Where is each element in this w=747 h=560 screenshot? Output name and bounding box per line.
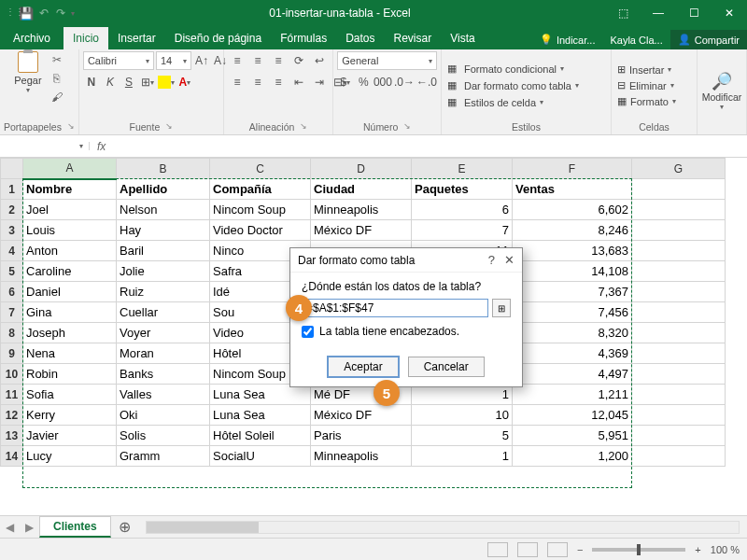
dialog-question: ¿Dónde están los datos de la tabla? <box>302 280 511 293</box>
accounting-format-button[interactable]: $▾ <box>337 73 353 91</box>
conditional-format-button[interactable]: ▦Formato condicional▾ <box>445 62 607 77</box>
align-middle-button[interactable]: ≡ <box>248 51 267 70</box>
format-painter-button[interactable]: 🖌 <box>47 89 67 105</box>
range-input[interactable] <box>302 299 488 317</box>
horizontal-scrollbar[interactable] <box>146 521 740 534</box>
share-button[interactable]: 👤Compartir <box>670 30 747 49</box>
align-right-button[interactable]: ≡ <box>269 73 288 91</box>
status-bar: − + 100 % <box>0 538 747 560</box>
align-launcher-icon[interactable]: ↘ <box>300 121 307 133</box>
ribbon: Pegar ▾ ✂ ⎘ 🖌 Portapapeles↘ Calibri▾ 14▾… <box>0 49 747 135</box>
ribbon-options-icon[interactable]: ⬚ <box>605 0 641 26</box>
tab-data[interactable]: Datos <box>336 27 384 49</box>
underline-button[interactable]: S <box>120 73 137 91</box>
ok-button[interactable]: Aceptar <box>328 357 398 377</box>
callout-5: 5 <box>374 380 400 406</box>
has-headers-checkbox[interactable] <box>302 326 314 338</box>
font-size-combo[interactable]: 14▾ <box>156 51 191 70</box>
group-cells: ⊞Insertar▾ ⊟Eliminar▾ ▦Formato▾ Celdas <box>612 49 698 134</box>
group-font: Calibri▾ 14▾ A↑ A↓ N K S ⊞ ▾ ▾ A▾ Fuente… <box>79 49 224 134</box>
table-icon: ▦ <box>447 79 460 92</box>
orientation-button[interactable]: ⟳ <box>289 51 308 70</box>
group-styles: ▦Formato condicional▾ ▦Dar formato como … <box>442 49 612 134</box>
number-launcher-icon[interactable]: ↘ <box>403 121 411 133</box>
normal-view-button[interactable] <box>487 542 508 557</box>
group-clipboard-label: Portapapeles <box>4 121 62 133</box>
sheet-nav-next[interactable]: ▶ <box>20 521 39 534</box>
tell-me[interactable]: 💡Indicar... <box>532 30 603 49</box>
sheet-tab-bar: ◀ ▶ Clientes ⊕ <box>0 515 747 538</box>
clipboard-launcher-icon[interactable]: ↘ <box>67 121 75 133</box>
person-icon: 👤 <box>678 34 691 46</box>
dialog-close-button[interactable]: ✕ <box>504 253 514 267</box>
align-left-button[interactable]: ≡ <box>228 73 247 91</box>
tab-home[interactable]: Inicio <box>63 27 108 49</box>
tab-file[interactable]: Archivo <box>0 27 63 49</box>
borders-button[interactable]: ⊞ ▾ <box>139 73 156 91</box>
bold-button[interactable]: N <box>83 73 100 91</box>
tab-formulas[interactable]: Fórmulas <box>271 27 336 49</box>
align-center-button[interactable]: ≡ <box>248 73 267 91</box>
tab-page-layout[interactable]: Diseño de página <box>165 27 271 49</box>
paste-button[interactable]: Pegar ▾ <box>11 51 45 94</box>
increase-decimal-button[interactable]: .0→ <box>394 73 415 91</box>
dialog-title: Dar formato como tabla <box>298 254 415 267</box>
group-clipboard: Pegar ▾ ✂ ⎘ 🖌 Portapapeles↘ <box>0 49 79 134</box>
group-alignment: ≡ ≡ ≡ ⟳ ↩ ≡ ≡ ≡ ⇤ ⇥ ⊟▾ Alineación↘ <box>224 49 333 134</box>
insert-cells-button[interactable]: ⊞Insertar▾ <box>615 63 693 77</box>
zoom-in-button[interactable]: + <box>695 544 700 555</box>
find-select-button[interactable]: 🔎 Modificar ▾ <box>701 71 742 111</box>
font-color-button[interactable]: A▾ <box>176 73 193 91</box>
has-headers-label: La tabla tiene encabezados. <box>319 325 459 338</box>
new-sheet-button[interactable]: ⊕ <box>111 518 138 536</box>
page-break-view-button[interactable] <box>547 542 568 557</box>
zoom-out-button[interactable]: − <box>577 544 583 555</box>
undo-icon[interactable]: ↶ <box>37 7 50 20</box>
decrease-decimal-button[interactable]: ←.0 <box>416 73 437 91</box>
group-align-label: Alineación <box>249 121 294 133</box>
percent-format-button[interactable]: % <box>356 73 372 91</box>
maximize-button[interactable]: ☐ <box>676 0 712 26</box>
redo-icon: ↷ <box>54 7 67 20</box>
minimize-button[interactable]: — <box>641 0 676 26</box>
zoom-level[interactable]: 100 % <box>711 544 740 555</box>
range-selector-button[interactable]: ⊞ <box>492 299 511 317</box>
name-box[interactable]: ▾ <box>0 142 90 150</box>
tab-insert[interactable]: Insertar <box>108 27 165 49</box>
close-button[interactable]: ✕ <box>712 0 747 26</box>
increase-indent-button[interactable]: ⇥ <box>310 73 329 91</box>
format-as-table-button[interactable]: ▦Dar formato como tabla▾ <box>445 78 607 93</box>
grow-font-button[interactable]: A↑ <box>193 51 210 70</box>
number-format-combo[interactable]: General▾ <box>337 51 437 70</box>
align-bottom-button[interactable]: ≡ <box>269 51 288 70</box>
zoom-slider[interactable] <box>592 548 685 552</box>
cell-styles-button[interactable]: ▦Estilos de celda▾ <box>445 95 607 110</box>
fx-icon[interactable]: fx <box>90 140 113 153</box>
font-launcher-icon[interactable]: ↘ <box>165 121 173 133</box>
cell-styles-icon: ▦ <box>447 96 460 109</box>
italic-button[interactable]: K <box>102 73 119 91</box>
tab-review[interactable]: Revisar <box>385 27 442 49</box>
insert-icon: ⊞ <box>617 63 626 76</box>
help-button[interactable]: ? <box>488 253 495 267</box>
sheet-nav-prev[interactable]: ◀ <box>0 521 20 534</box>
group-font-label: Fuente <box>130 121 161 133</box>
font-name-combo[interactable]: Calibri▾ <box>83 51 154 70</box>
cut-button[interactable]: ✂ <box>47 51 67 68</box>
user-account[interactable]: Kayla Cla... <box>602 31 669 49</box>
fill-color-button[interactable]: ▾ <box>158 73 175 91</box>
wrap-text-button[interactable]: ↩ <box>310 51 329 70</box>
sheet-tab-clientes[interactable]: Clientes <box>39 516 111 538</box>
cancel-button[interactable]: Cancelar <box>408 357 485 377</box>
align-top-button[interactable]: ≡ <box>228 51 247 70</box>
comma-format-button[interactable]: 000 <box>374 73 392 91</box>
clipboard-icon <box>18 51 38 73</box>
page-layout-view-button[interactable] <box>517 542 538 557</box>
copy-button[interactable]: ⎘ <box>47 70 67 87</box>
tab-view[interactable]: Vista <box>441 27 484 49</box>
group-number: General▾ $▾ % 000 .0→ ←.0 Número↘ <box>333 49 442 134</box>
callout-4: 4 <box>286 295 312 321</box>
format-cells-button[interactable]: ▦Formato▾ <box>615 94 693 108</box>
delete-cells-button[interactable]: ⊟Eliminar▾ <box>615 78 693 92</box>
decrease-indent-button[interactable]: ⇤ <box>289 73 308 91</box>
